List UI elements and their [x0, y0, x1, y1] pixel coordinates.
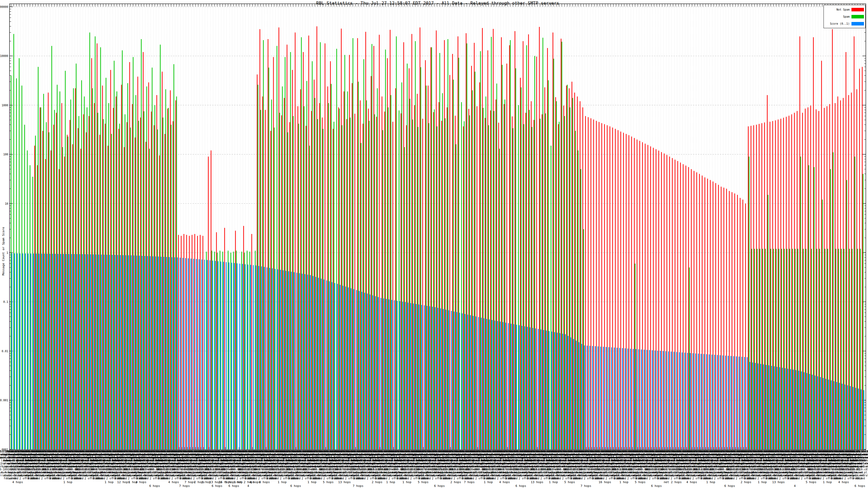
- svg-text:4 hops: 4 hops: [499, 480, 510, 484]
- svg-text:6 hops: 6 hops: [228, 484, 239, 488]
- svg-text:5 hops: 5 hops: [806, 480, 816, 484]
- svg-text:6 hops: 6 hops: [724, 484, 735, 488]
- svg-text:1 hop: 1 hop: [402, 480, 411, 484]
- svg-text:mx4.nazwa.pl: mx4.nazwa.pl: [848, 471, 867, 474]
- svg-text:2 hops: 2 hops: [741, 480, 751, 484]
- svg-text:1 hop: 1 hop: [104, 480, 113, 484]
- svg-text:1 hop: 1 hop: [278, 480, 286, 484]
- svg-text:forwarded: forwarded: [850, 477, 865, 480]
- svg-text:6 hops: 6 hops: [149, 484, 160, 488]
- svg-text:1 hop: 1 hop: [549, 480, 558, 484]
- svg-text:5 hops: 5 hops: [564, 480, 575, 484]
- svg-text:4: 4: [247, 484, 249, 488]
- svg-text:6 hops: 6 hops: [434, 484, 445, 488]
- svg-text:2 hops: 2 hops: [450, 480, 461, 484]
- svg-text:4 hops: 4 hops: [168, 480, 179, 484]
- svg-text:13 hops: 13 hops: [531, 480, 543, 484]
- svg-text:5 hops: 5 hops: [323, 480, 334, 484]
- svg-text:7 hops: 7 hops: [184, 480, 195, 484]
- svg-text:1 hop: 1 hop: [823, 480, 832, 484]
- svg-text:2 hops: 2 hops: [372, 480, 382, 484]
- svg-text:5 hops: 5 hops: [418, 480, 429, 484]
- svg-text:2a00:1450:4010:c07::1a: 2a00:1450:4010:c07::1a: [839, 468, 868, 471]
- svg-text:1 hop: 1 hop: [63, 480, 72, 484]
- bars-score: [11, 253, 864, 450]
- svg-text:spam.dnsbl.example: spam.dnsbl.example: [848, 465, 868, 468]
- svg-text:4 hops: 4 hops: [250, 480, 260, 484]
- svg-text:12 hops: 12 hops: [117, 480, 130, 484]
- hop-count-labels: 4 hops1 hop1 hop12 hops1 hop4 hops6 hops…: [12, 480, 865, 488]
- svg-text:2620:109:c003:104::1: 2620:109:c003:104::1: [846, 450, 868, 453]
- svg-text:6 hops: 6 hops: [290, 484, 301, 488]
- svg-text:13 hops: 13 hops: [772, 480, 785, 484]
- svg-text:6 hops: 6 hops: [516, 484, 526, 488]
- svg-text:1 hop: 1 hop: [386, 480, 395, 484]
- svg-text:6 hops: 6 hops: [855, 484, 865, 488]
- svg-text:5 hops: 5 hops: [635, 480, 646, 484]
- bars-spam: [10, 33, 863, 450]
- svg-text:out.relay.mailchannels.net: out.relay.mailchannels.net: [842, 462, 868, 465]
- svg-text:1 hop: 1 hop: [757, 480, 767, 484]
- svg-text:7 hops: 7 hops: [179, 484, 190, 488]
- svg-text:1 hop: 1 hop: [619, 480, 628, 484]
- svg-text:8 hops: 8 hops: [259, 480, 270, 484]
- svg-text:smtp.mandrillapp.com: smtp.mandrillapp.com: [846, 453, 868, 456]
- svg-text:4: 4: [794, 484, 796, 488]
- svg-text:16 hops: 16 hops: [599, 480, 611, 484]
- x-tick-label-smear: 2607:5300:60:2b52::1192.0.2.1142607:f8b0…: [0, 450, 868, 480]
- chart-title: RBL Statistics - Thu Jul 27 12:58:07 EDT…: [9, 1, 866, 6]
- svg-text:6 hops: 6 hops: [651, 484, 662, 488]
- svg-text:dnsbl-1.uceprotect.net: dnsbl-1.uceprotect.net: [845, 456, 868, 459]
- svg-text:6 hops: 6 hops: [212, 484, 222, 488]
- svg-text:4 hops: 4 hops: [135, 480, 147, 484]
- rbl-statistics-chart: 1000001000010001001010.10.010.0010.0001 …: [0, 0, 868, 488]
- svg-text:4 hops: 4 hops: [686, 480, 697, 484]
- svg-text:7 hops: 7 hops: [581, 484, 591, 488]
- svg-text:4 hops: 4 hops: [838, 480, 849, 484]
- svg-text:1 hop: 1 hop: [484, 480, 493, 484]
- svg-text:listed: 2 of 9 RBLs: listed: 2 of 9 RBLs: [847, 459, 868, 462]
- svg-text:net 2 hops: net 2 hops: [664, 480, 682, 484]
- svg-text:7 hops: 7 hops: [352, 484, 364, 488]
- svg-text:7 hops: 7 hops: [464, 480, 475, 484]
- svg-text:1 hop: 1 hop: [706, 480, 715, 484]
- bars-layer: 2607:5300:60:2b52::1192.0.2.1142607:f8b0…: [0, 0, 868, 488]
- y-axis-label: Message Count or Spam Score: [2, 214, 5, 289]
- svg-text:b.barracudacentral.org: b.barracudacentral.org: [839, 474, 868, 477]
- svg-text:1 hop: 1 hop: [307, 480, 316, 484]
- svg-text:13 hops: 13 hops: [338, 480, 351, 484]
- svg-text:4 hops: 4 hops: [12, 480, 23, 484]
